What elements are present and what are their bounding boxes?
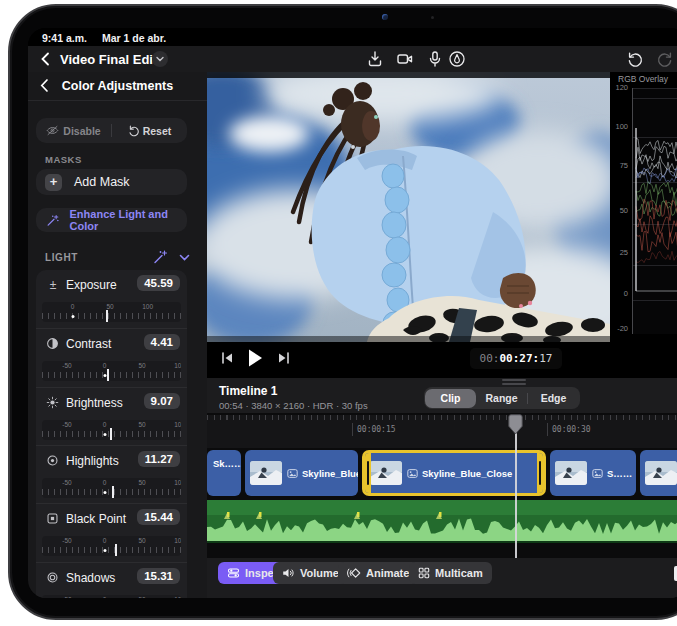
- status-date: Mar 1 de abr.: [102, 32, 166, 44]
- exposure-value[interactable]: 45.59: [137, 275, 180, 291]
- playhead-handle[interactable]: [508, 414, 523, 435]
- timeline-clip[interactable]: Skyline_Blue_Wide: [245, 450, 358, 496]
- timeline-name: Timeline 1: [219, 384, 277, 398]
- ruler-label: 100: [174, 479, 181, 486]
- timeline-clip-selected[interactable]: Skyline_Blue_Close: [362, 450, 546, 496]
- collapse-section-icon[interactable]: [178, 251, 191, 264]
- enhance-light-color-button[interactable]: Enhance Light and Color: [36, 208, 187, 232]
- mode-range[interactable]: Range: [476, 389, 527, 408]
- ruler-timestamp: 00:00:15: [352, 423, 396, 436]
- ruler-ticks: [207, 415, 677, 420]
- image-icon: [407, 469, 418, 478]
- auto-enhance-icon[interactable]: [152, 249, 168, 265]
- transport-bar: 00:00:27:17: [207, 342, 677, 378]
- shadows-value[interactable]: 15.31: [137, 568, 180, 584]
- timeline-ruler[interactable]: 00:00:1500:00:30: [207, 415, 677, 448]
- video-preview[interactable]: [207, 72, 610, 342]
- clip-thumbnail: [555, 461, 587, 485]
- microphone-icon[interactable]: [426, 50, 444, 68]
- slider-highlights: Highlights 11.27 -50050100: [36, 445, 187, 504]
- ruler-label: 50: [138, 362, 145, 369]
- highlights-value[interactable]: 11.27: [138, 451, 180, 467]
- exposure-icon: ±: [46, 278, 60, 292]
- brightness-slider-ruler[interactable]: -50050100: [42, 420, 181, 440]
- undo-icon[interactable]: [626, 50, 644, 68]
- clip-thumbnail: [645, 461, 677, 485]
- disable-reset-control: Disable Reset: [36, 118, 187, 143]
- timeline-clip[interactable]: S……: [550, 450, 636, 496]
- clip-name: S……: [607, 468, 632, 479]
- timeline-drag-handle[interactable]: [502, 379, 526, 381]
- pencil-icon[interactable]: [448, 50, 466, 68]
- scope-axis-label: 75: [610, 161, 628, 170]
- timeline-clip[interactable]: Sk……: [207, 450, 241, 496]
- video-track: Sk……Skyline_Blue_WideSkyline_Blue_CloseS…: [207, 450, 677, 496]
- trim-handle-left[interactable]: [365, 453, 371, 493]
- button-label: Multicam: [435, 567, 483, 579]
- slider-cursor[interactable]: [110, 428, 112, 440]
- highlights-slider-ruler[interactable]: -50050100: [42, 478, 181, 498]
- multicam-icon: [418, 567, 430, 579]
- multicam-button[interactable]: Multicam: [409, 562, 492, 584]
- brightness-value[interactable]: 9.07: [144, 393, 180, 409]
- timeline-panel: Timeline 1 00:54 · 3840 × 2160 · HDR · 3…: [207, 378, 677, 598]
- project-title[interactable]: Video Final Edit: [60, 52, 157, 67]
- reset-button[interactable]: Reset: [112, 125, 187, 137]
- skip-to-start-button[interactable]: [221, 351, 234, 365]
- page: 9:41 a.m. Mar 1 de abr. Video Final Edit: [0, 0, 677, 626]
- slider-cursor[interactable]: [106, 310, 108, 322]
- animate-icon: [347, 567, 361, 579]
- ruler-label: 0: [103, 362, 107, 369]
- mode-clip[interactable]: Clip: [425, 389, 476, 408]
- slider-cursor[interactable]: [107, 369, 109, 381]
- audio-track[interactable]: [207, 500, 677, 543]
- add-mask-button[interactable]: + Add Mask: [36, 169, 187, 195]
- timeline-drag-handle[interactable]: [502, 383, 526, 385]
- zero-marker: [103, 549, 106, 552]
- panel-title: Color Adjustments: [28, 79, 207, 93]
- skip-to-end-button[interactable]: [277, 351, 290, 365]
- reset-icon: [128, 125, 139, 137]
- playhead-line[interactable]: [515, 415, 517, 575]
- play-button[interactable]: [247, 348, 263, 368]
- button-label: Animate: [366, 567, 409, 579]
- timecode-display[interactable]: 00:00:27:17: [470, 348, 562, 369]
- slider-cursor[interactable]: [112, 486, 114, 498]
- status-bar: 9:41 a.m. Mar 1 de abr.: [28, 28, 677, 46]
- shadows-slider-ruler[interactable]: -50050100: [42, 595, 181, 599]
- color-adjustments-panel: Color Adjustments Disable Reset MASKS: [28, 72, 208, 598]
- back-icon[interactable]: [38, 51, 54, 67]
- black-point-value[interactable]: 15.44: [137, 509, 180, 525]
- volume-button[interactable]: Volume: [273, 562, 348, 584]
- black-point-slider-ruler[interactable]: -50050100: [42, 536, 181, 556]
- scope-axis-label: -20: [610, 324, 628, 333]
- zero-marker: [103, 491, 106, 494]
- contrast-slider-ruler[interactable]: -50050100: [42, 361, 181, 381]
- slider-shadows: Shadows 15.31 -50050100: [36, 562, 187, 599]
- screen: 9:41 a.m. Mar 1 de abr. Video Final Edit: [28, 28, 677, 598]
- contrast-icon: [46, 337, 60, 351]
- slider-cursor[interactable]: [115, 544, 117, 556]
- export-icon[interactable]: [366, 50, 384, 68]
- disable-button[interactable]: Disable: [36, 125, 111, 137]
- redo-icon[interactable]: [656, 50, 674, 68]
- contrast-value[interactable]: 4.41: [144, 334, 180, 350]
- exposure-label: Exposure: [66, 278, 117, 292]
- title-dropdown-button[interactable]: [152, 51, 168, 67]
- shadows-icon: [46, 571, 60, 585]
- title-bar: Video Final Edit: [28, 46, 677, 73]
- highlights-icon: [46, 454, 60, 468]
- scope-axis-label: 120: [610, 83, 628, 92]
- scope-axis-label: 0: [610, 289, 628, 298]
- animate-button[interactable]: Animate: [338, 562, 418, 584]
- light-section-header: LIGHT: [28, 248, 207, 268]
- trim-handle-right[interactable]: [537, 453, 543, 493]
- panel-back-icon[interactable]: [38, 78, 52, 93]
- exposure-slider-ruler[interactable]: -50050100: [42, 302, 181, 322]
- timeline-clip[interactable]: [640, 450, 677, 496]
- mode-edge[interactable]: Edge: [528, 389, 579, 408]
- slider-brightness: Brightness 9.07 -50050100: [36, 387, 187, 446]
- record-camera-icon[interactable]: [396, 50, 414, 68]
- clip-thumbnail: [250, 461, 282, 485]
- clip-name: Skyline_Blue_Close: [422, 468, 512, 479]
